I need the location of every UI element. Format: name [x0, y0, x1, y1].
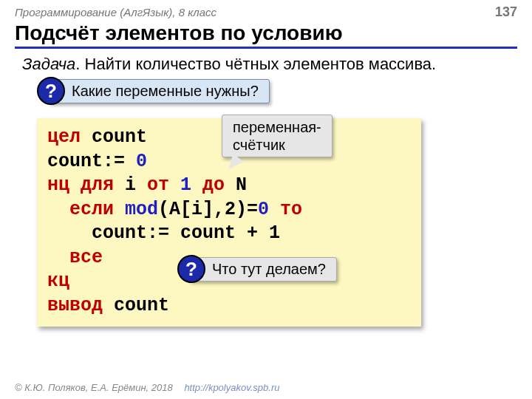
- callout-what-doing-text: Что тут делаем?: [189, 257, 337, 282]
- callout-what-doing: ? Что тут делаем?: [177, 255, 337, 283]
- task-line: Задача. Найти количество чётных элементо…: [22, 55, 510, 74]
- page-number: 137: [495, 4, 517, 20]
- footer-url: http://kpolyakov.spb.ru: [184, 382, 279, 393]
- code-line-3: нц для i от 1 до N: [47, 174, 411, 198]
- callout-counter-var: переменная- счётчик: [222, 115, 332, 157]
- callout-variables: ? Какие переменные нужны?: [37, 77, 270, 105]
- header-row: Программирование (АлгЯзык), 8 класс 137: [0, 0, 532, 20]
- code-line-8: вывод count: [47, 294, 411, 318]
- question-icon: ?: [177, 255, 205, 283]
- callout-counter-line1: переменная-: [233, 118, 321, 136]
- slide-title: Подсчёт элементов по условию: [15, 21, 517, 49]
- copyright-text: © К.Ю. Поляков, Е.А. Ерёмин, 2018: [15, 382, 173, 393]
- callout-counter-line2: счётчик: [233, 136, 321, 154]
- task-label: Задача: [22, 55, 75, 73]
- callout-variables-text: Какие переменные нужны?: [49, 79, 270, 103]
- task-text: . Найти количество чётных элементов масс…: [75, 55, 436, 73]
- question-icon: ?: [37, 77, 65, 105]
- code-line-4: если mod(A[i],2)=0 то: [47, 198, 411, 222]
- code-line-5: count:= count + 1: [47, 222, 411, 246]
- course-label: Программирование (АлгЯзык), 8 класс: [15, 6, 216, 18]
- footer: © К.Ю. Поляков, Е.А. Ерёмин, 2018 http:/…: [15, 382, 279, 393]
